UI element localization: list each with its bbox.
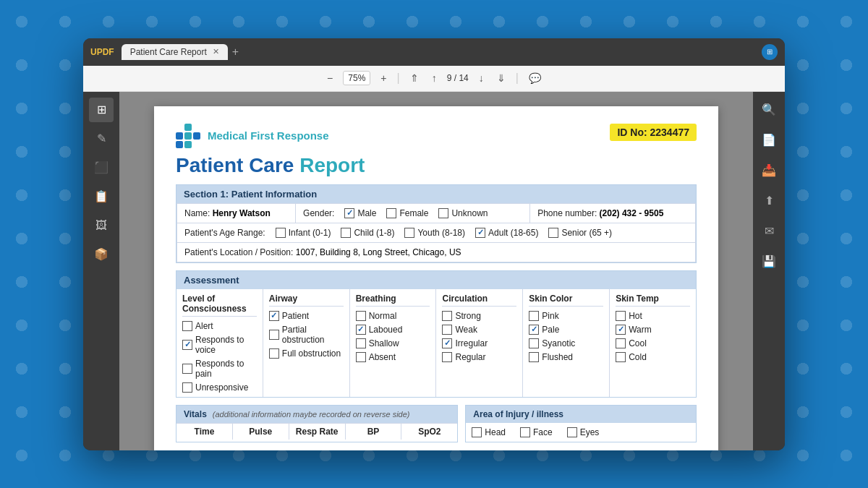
breathing-absent-checkbox[interactable] (356, 352, 366, 362)
sidebar-icon-grid[interactable]: ⊞ (89, 98, 114, 122)
circulation-regular[interactable]: Regular (442, 352, 516, 362)
gender-female[interactable]: Female (386, 208, 428, 218)
injury-eyes[interactable]: Eyes (567, 427, 600, 437)
right-icon-search[interactable]: 🔍 (757, 98, 781, 122)
airway-partial[interactable]: Partial obstruction (269, 325, 344, 345)
nav-up-double-icon[interactable]: ⇑ (407, 71, 422, 85)
right-icon-doc[interactable]: 📄 (757, 128, 781, 153)
skin-syanotic[interactable]: Syanotic (529, 338, 603, 348)
consciousness-pain-checkbox[interactable] (182, 364, 192, 374)
skin-pink[interactable]: Pink (529, 311, 603, 321)
circulation-irregular-checkbox[interactable] (442, 338, 452, 348)
airway-full-checkbox[interactable] (269, 348, 279, 359)
gender-unknown-checkbox[interactable] (438, 208, 448, 218)
nav-down-double-icon[interactable]: ⇓ (494, 71, 509, 85)
zoom-out-button[interactable]: − (324, 71, 336, 85)
circulation-regular-checkbox[interactable] (442, 352, 452, 362)
temp-cold[interactable]: Cold (616, 352, 690, 362)
temp-cool[interactable]: Cool (616, 338, 690, 348)
page-indicator: 9 / 14 (447, 73, 469, 83)
temp-cold-checkbox[interactable] (616, 352, 626, 362)
injury-face[interactable]: Face (520, 427, 553, 437)
consciousness-alert[interactable]: Alert (182, 321, 257, 331)
skin-pink-checkbox[interactable] (529, 311, 539, 321)
age-youth[interactable]: Youth (8-18) (404, 228, 465, 238)
name-value: Henry Watson (213, 208, 271, 218)
window-expand-button[interactable]: ⊞ (762, 44, 778, 60)
gender-male[interactable]: Male (344, 208, 376, 218)
breathing-normal[interactable]: Normal (356, 311, 430, 321)
sidebar-icon-package[interactable]: 📦 (89, 242, 114, 267)
title-report: Report (299, 154, 365, 176)
consciousness-unresponsive-checkbox[interactable] (182, 382, 192, 393)
breathing-shallow[interactable]: Shallow (356, 338, 430, 348)
gender-male-checkbox[interactable] (344, 208, 354, 218)
temp-warm-checkbox[interactable] (616, 325, 626, 335)
skin-flushed-checkbox[interactable] (529, 352, 539, 362)
temp-hot-checkbox[interactable] (616, 311, 626, 321)
right-icon-download[interactable]: 📥 (757, 158, 781, 183)
age-child-checkbox[interactable] (341, 228, 351, 238)
airway-partial-checkbox[interactable] (269, 330, 279, 340)
injury-face-checkbox[interactable] (520, 427, 530, 437)
breathing-laboured-checkbox[interactable] (356, 325, 366, 335)
sidebar-icon-edit[interactable]: ✎ (89, 127, 114, 151)
circulation-weak-checkbox[interactable] (442, 325, 452, 335)
sidebar-icon-image[interactable]: 🖼 (89, 213, 114, 238)
airway-full[interactable]: Full obstruction (269, 348, 344, 359)
gender-female-checkbox[interactable] (386, 208, 396, 218)
consciousness-voice-checkbox[interactable] (182, 340, 192, 350)
injury-eyes-checkbox[interactable] (567, 427, 577, 437)
tab-close-icon[interactable]: ✕ (213, 47, 219, 56)
nav-up-icon[interactable]: ↑ (429, 71, 440, 85)
circulation-strong[interactable]: Strong (442, 311, 516, 321)
age-infant-checkbox[interactable] (276, 228, 286, 238)
consciousness-alert-checkbox[interactable] (182, 321, 192, 331)
consciousness-pain[interactable]: Responds to pain (182, 359, 257, 379)
breathing-normal-checkbox[interactable] (356, 311, 366, 321)
sidebar-icon-annotate[interactable]: ⬛ (89, 155, 114, 180)
skin-pale[interactable]: Pale (529, 325, 603, 335)
age-senior[interactable]: Senior (65 +) (548, 228, 612, 238)
right-icon-mail[interactable]: ✉ (757, 219, 781, 244)
consciousness-unresponsive[interactable]: Unresponsive (182, 382, 257, 393)
breathing-shallow-checkbox[interactable] (356, 338, 366, 348)
circulation-irregular[interactable]: Irregular (442, 338, 516, 348)
injury-face-label: Face (533, 427, 553, 437)
skin-flushed[interactable]: Flushed (529, 352, 603, 362)
age-child[interactable]: Child (1-8) (341, 228, 394, 238)
nav-down-icon[interactable]: ↓ (476, 71, 487, 85)
injury-head-checkbox[interactable] (472, 427, 482, 437)
age-adult-checkbox[interactable] (475, 228, 485, 238)
age-senior-checkbox[interactable] (548, 228, 558, 238)
airway-patient[interactable]: Patient (269, 311, 344, 321)
airway-patient-checkbox[interactable] (269, 311, 279, 321)
sidebar-icon-pages[interactable]: 📋 (89, 184, 114, 209)
new-tab-icon[interactable]: + (232, 46, 239, 59)
age-infant[interactable]: Infant (0-1) (276, 228, 331, 238)
right-icon-share[interactable]: ⬆ (757, 189, 781, 213)
breathing-absent[interactable]: Absent (356, 352, 430, 362)
circulation-strong-checkbox[interactable] (442, 311, 452, 321)
age-child-label: Child (1-8) (354, 228, 394, 238)
document-tab[interactable]: Patient Care Report ✕ (122, 44, 228, 60)
gender-unknown[interactable]: Unknown (438, 208, 488, 218)
age-youth-checkbox[interactable] (404, 228, 414, 238)
temp-hot[interactable]: Hot (616, 311, 690, 321)
bottom-row: Vitals (additional information maybe rec… (176, 405, 697, 442)
circulation-weak[interactable]: Weak (442, 325, 516, 335)
injury-head[interactable]: Head (472, 427, 506, 437)
skin-syanotic-checkbox[interactable] (529, 338, 539, 348)
zoom-level[interactable]: 75% (343, 71, 370, 85)
zoom-in-button[interactable]: + (378, 71, 389, 85)
right-icon-save[interactable]: 💾 (757, 249, 781, 274)
skin-pale-checkbox[interactable] (529, 325, 539, 335)
consciousness-voice[interactable]: Responds to voice (182, 335, 257, 355)
col-skin-color-items: Pink Pale Syanotic (529, 311, 603, 362)
col-circulation: Circulation Strong Weak (436, 289, 523, 397)
temp-warm[interactable]: Warm (616, 325, 690, 335)
breathing-laboured[interactable]: Laboued (356, 325, 430, 335)
age-adult[interactable]: Adult (18-65) (475, 228, 538, 238)
temp-cool-checkbox[interactable] (616, 338, 626, 348)
comment-icon[interactable]: 💬 (526, 71, 544, 85)
